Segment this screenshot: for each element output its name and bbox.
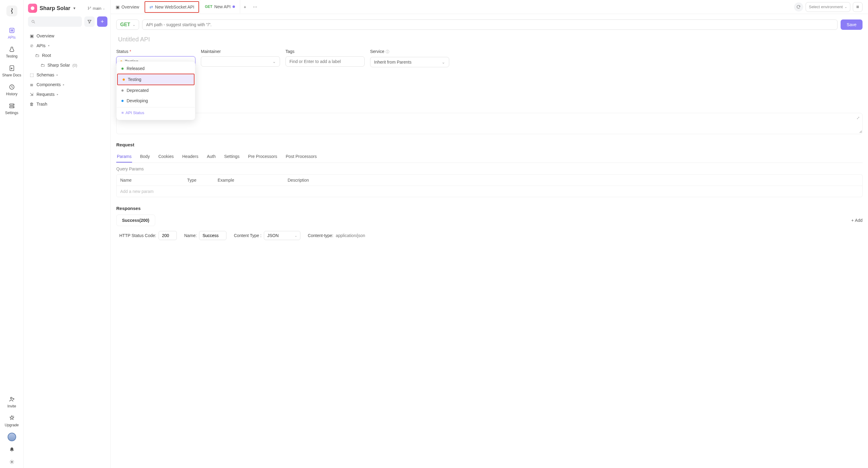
subtab-preprocessors[interactable]: Pre Processors	[247, 151, 278, 162]
branch-name: main	[93, 6, 101, 11]
tab-new-api[interactable]: GET New API	[200, 0, 240, 14]
tree-components[interactable]: ≣ Components ▸	[24, 80, 111, 90]
save-button[interactable]: Save	[841, 20, 863, 30]
more-tabs-button[interactable]: ⋯	[250, 0, 260, 14]
new-tab-button[interactable]: +	[240, 0, 250, 14]
subtab-params[interactable]: Params	[116, 151, 132, 162]
http-status-input[interactable]	[159, 231, 177, 240]
gear-icon[interactable]	[8, 458, 16, 466]
chevron-down-icon: ▾	[48, 44, 50, 47]
expand-icon[interactable]: ⤢	[857, 116, 860, 120]
svg-point-14	[90, 7, 91, 7]
subtab-body[interactable]: Body	[140, 151, 150, 162]
nav-invite[interactable]: Invite	[0, 393, 24, 411]
nav-upgrade[interactable]: Upgrade	[0, 411, 24, 430]
tree-project[interactable]: 🗀 Sharp Solar (0)	[24, 60, 111, 70]
api-path-input[interactable]	[142, 20, 838, 30]
svg-rect-0	[9, 28, 14, 33]
nav-label: Upgrade	[5, 423, 19, 427]
status-option-developing[interactable]: Developing	[117, 96, 195, 106]
subtab-cookies[interactable]: Cookies	[158, 151, 175, 162]
status-dot-icon	[123, 79, 125, 81]
svg-point-11	[31, 6, 34, 10]
workspace-icon[interactable]	[28, 4, 37, 13]
subtab-headers[interactable]: Headers	[182, 151, 199, 162]
nav-sharedocs[interactable]: Share Docs	[0, 61, 24, 80]
add-label: Add	[855, 218, 863, 223]
sidebar-search[interactable]	[28, 17, 82, 27]
content-type-header-label: Content-type:	[308, 233, 333, 238]
status-dot-icon	[121, 100, 124, 102]
workspace-chevron-icon[interactable]: ▼	[73, 6, 76, 10]
api-title-input[interactable]: Untitled API	[116, 36, 863, 43]
subtab-settings[interactable]: Settings	[223, 151, 240, 162]
nav-apis[interactable]: APIs	[0, 24, 24, 42]
sidebar: Sharp Solar ▼ main ⌄ + ▣ Overview	[24, 0, 111, 468]
history-icon	[8, 83, 16, 91]
svg-rect-1	[11, 29, 11, 31]
user-avatar[interactable]	[8, 433, 16, 441]
subtab-postprocessors[interactable]: Post Processors	[285, 151, 317, 162]
svg-point-9	[10, 397, 12, 399]
folder-icon: 🗀	[40, 63, 45, 67]
content-type-select[interactable]: JSON ⌄	[264, 231, 300, 240]
add-button[interactable]: +	[97, 17, 107, 27]
notifications-icon[interactable]	[8, 446, 16, 454]
status-option-testing[interactable]: Testing	[117, 74, 194, 85]
status-option-deprecated[interactable]: Deprecated	[117, 85, 195, 96]
testing-icon	[8, 45, 16, 53]
response-name-input[interactable]	[199, 231, 226, 240]
svg-point-7	[13, 104, 13, 105]
tree-label: Schemas	[36, 72, 54, 77]
request-subtabs: Params Body Cookies Headers Auth Setting…	[116, 151, 863, 163]
method-badge: GET	[205, 5, 212, 9]
status-option-released[interactable]: Released	[117, 63, 195, 74]
tab-overview[interactable]: ▣ Overview	[111, 0, 144, 14]
service-select[interactable]: Inherit from Parents ⌄	[370, 57, 449, 67]
response-tab-success[interactable]: Success(200)	[116, 215, 155, 226]
tags-input[interactable]	[285, 56, 365, 67]
subtab-auth[interactable]: Auth	[206, 151, 216, 162]
chevron-down-icon: ⌄	[272, 59, 276, 64]
nav-label: APIs	[8, 35, 16, 39]
tags-label: Tags	[285, 49, 365, 54]
filter-icon	[87, 19, 92, 24]
plus-icon: +	[851, 218, 854, 223]
tree-label: Overview	[36, 33, 54, 38]
nav-label: Share Docs	[2, 73, 21, 77]
method-selector[interactable]: GET ⌄	[116, 20, 139, 30]
service-value: Inherit from Parents	[374, 60, 411, 64]
description-textarea[interactable]: ⤢ ◢	[116, 113, 863, 134]
maintainer-select[interactable]: ⌄	[201, 56, 280, 67]
col-desc: Description	[288, 178, 859, 183]
resize-handle-icon[interactable]: ◢	[859, 129, 862, 133]
nav-settings[interactable]: Settings	[0, 99, 24, 118]
main: ▣ Overview ⇄ New WebSocket API GET New A…	[111, 0, 868, 468]
filter-button[interactable]	[84, 17, 95, 27]
nav-testing[interactable]: Testing	[0, 42, 24, 61]
app-logo[interactable]	[6, 5, 17, 17]
svg-rect-3	[10, 66, 14, 71]
nav-history[interactable]: History	[0, 80, 24, 99]
api-status-link[interactable]: ≡ API Status	[117, 107, 195, 118]
workspace-name[interactable]: Sharp Solar	[39, 5, 70, 11]
tree-requests[interactable]: ⇲ Requests ▸	[24, 90, 111, 99]
add-response-button[interactable]: + Add	[851, 218, 863, 223]
tree-root[interactable]: 🗀 Root	[24, 51, 111, 60]
tree-overview[interactable]: ▣ Overview	[24, 31, 111, 41]
add-param-row[interactable]: Add a new param	[116, 186, 863, 197]
tree-trash[interactable]: 🗑 Trash	[24, 99, 111, 109]
refresh-button[interactable]	[794, 2, 803, 11]
apis-icon	[8, 27, 16, 34]
folder-icon: 🗀	[35, 53, 39, 58]
chevron-down-icon: ⌄	[294, 234, 297, 237]
tab-websocket-api[interactable]: ⇄ New WebSocket API	[145, 1, 199, 13]
environment-selector[interactable]: Select environment ⌄	[806, 2, 850, 12]
option-label: Developing	[127, 98, 148, 103]
tree-label: Requests	[36, 92, 55, 97]
tree-schemas[interactable]: ⬚ Schemas ▸	[24, 70, 111, 80]
branch-selector[interactable]: main ⌄	[85, 5, 107, 12]
tree-apis[interactable]: ⎚ APIs ▾	[24, 41, 111, 51]
nav-label: Settings	[5, 111, 18, 115]
panel-menu-button[interactable]: ≡	[853, 2, 863, 12]
